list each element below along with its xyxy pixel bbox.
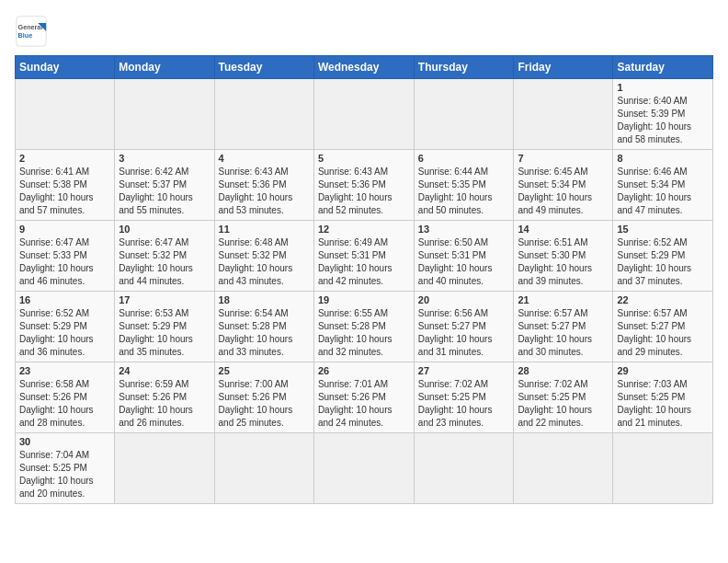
calendar-cell: 19Sunrise: 6:55 AM Sunset: 5:28 PM Dayli… bbox=[313, 292, 414, 362]
logo: General Blue bbox=[15, 15, 51, 48]
day-number: 27 bbox=[418, 365, 510, 376]
calendar-cell bbox=[514, 79, 613, 150]
day-number: 4 bbox=[219, 153, 310, 164]
day-info: Sunrise: 7:02 AM Sunset: 5:25 PM Dayligh… bbox=[518, 378, 609, 430]
day-number: 16 bbox=[19, 294, 110, 305]
day-number: 19 bbox=[318, 294, 410, 305]
day-info: Sunrise: 6:47 AM Sunset: 5:33 PM Dayligh… bbox=[19, 236, 110, 288]
calendar-week-5: 30Sunrise: 7:04 AM Sunset: 5:25 PM Dayli… bbox=[16, 433, 713, 504]
day-info: Sunrise: 6:53 AM Sunset: 5:29 PM Dayligh… bbox=[119, 307, 210, 359]
calendar-week-4: 23Sunrise: 6:58 AM Sunset: 5:26 PM Dayli… bbox=[16, 362, 713, 433]
day-info: Sunrise: 6:59 AM Sunset: 5:26 PM Dayligh… bbox=[119, 378, 210, 430]
logo-icon: General Blue bbox=[15, 15, 48, 48]
day-info: Sunrise: 6:51 AM Sunset: 5:30 PM Dayligh… bbox=[518, 236, 609, 288]
day-number: 24 bbox=[119, 365, 210, 376]
calendar-cell: 24Sunrise: 6:59 AM Sunset: 5:26 PM Dayli… bbox=[115, 362, 214, 433]
calendar-cell: 29Sunrise: 7:03 AM Sunset: 5:25 PM Dayli… bbox=[613, 362, 713, 433]
calendar-cell bbox=[313, 433, 414, 504]
day-header-wednesday: Wednesday bbox=[313, 56, 414, 79]
day-header-thursday: Thursday bbox=[414, 56, 514, 79]
day-number: 28 bbox=[518, 365, 609, 376]
day-number: 18 bbox=[219, 294, 310, 305]
day-number: 13 bbox=[418, 224, 510, 235]
day-number: 1 bbox=[617, 82, 709, 93]
calendar-cell: 12Sunrise: 6:49 AM Sunset: 5:31 PM Dayli… bbox=[313, 221, 414, 292]
day-info: Sunrise: 6:49 AM Sunset: 5:31 PM Dayligh… bbox=[318, 236, 410, 288]
svg-text:General: General bbox=[18, 23, 43, 31]
day-number: 11 bbox=[219, 224, 310, 235]
calendar-cell bbox=[214, 433, 313, 504]
day-info: Sunrise: 7:00 AM Sunset: 5:26 PM Dayligh… bbox=[219, 378, 310, 430]
day-info: Sunrise: 6:52 AM Sunset: 5:29 PM Dayligh… bbox=[19, 307, 110, 359]
calendar-cell: 21Sunrise: 6:57 AM Sunset: 5:27 PM Dayli… bbox=[514, 292, 613, 362]
day-info: Sunrise: 6:58 AM Sunset: 5:26 PM Dayligh… bbox=[19, 378, 110, 430]
day-info: Sunrise: 7:03 AM Sunset: 5:25 PM Dayligh… bbox=[617, 378, 709, 430]
calendar-cell bbox=[16, 79, 115, 150]
calendar-week-3: 16Sunrise: 6:52 AM Sunset: 5:29 PM Dayli… bbox=[16, 292, 713, 362]
day-info: Sunrise: 6:57 AM Sunset: 5:27 PM Dayligh… bbox=[617, 307, 709, 359]
day-number: 2 bbox=[19, 153, 110, 164]
day-header-sunday: Sunday bbox=[16, 56, 115, 79]
day-info: Sunrise: 6:54 AM Sunset: 5:28 PM Dayligh… bbox=[219, 307, 310, 359]
calendar-cell: 30Sunrise: 7:04 AM Sunset: 5:25 PM Dayli… bbox=[16, 433, 115, 504]
day-info: Sunrise: 6:56 AM Sunset: 5:27 PM Dayligh… bbox=[418, 307, 510, 359]
day-number: 14 bbox=[518, 224, 609, 235]
calendar-body: 1Sunrise: 6:40 AM Sunset: 5:39 PM Daylig… bbox=[16, 79, 713, 504]
calendar-cell: 3Sunrise: 6:42 AM Sunset: 5:37 PM Daylig… bbox=[115, 150, 214, 221]
calendar-cell: 18Sunrise: 6:54 AM Sunset: 5:28 PM Dayli… bbox=[214, 292, 313, 362]
day-info: Sunrise: 6:43 AM Sunset: 5:36 PM Dayligh… bbox=[318, 166, 410, 217]
day-number: 10 bbox=[119, 224, 210, 235]
header-row: SundayMondayTuesdayWednesdayThursdayFrid… bbox=[16, 56, 713, 79]
day-number: 6 bbox=[418, 153, 510, 164]
calendar-table: SundayMondayTuesdayWednesdayThursdayFrid… bbox=[15, 55, 713, 504]
day-number: 12 bbox=[318, 224, 410, 235]
day-info: Sunrise: 6:50 AM Sunset: 5:31 PM Dayligh… bbox=[418, 236, 510, 288]
day-info: Sunrise: 6:42 AM Sunset: 5:37 PM Dayligh… bbox=[119, 166, 210, 217]
day-info: Sunrise: 6:52 AM Sunset: 5:29 PM Dayligh… bbox=[617, 236, 709, 288]
day-header-tuesday: Tuesday bbox=[214, 56, 313, 79]
calendar-cell: 4Sunrise: 6:43 AM Sunset: 5:36 PM Daylig… bbox=[214, 150, 313, 221]
day-info: Sunrise: 6:48 AM Sunset: 5:32 PM Dayligh… bbox=[219, 236, 310, 288]
calendar-cell bbox=[115, 433, 214, 504]
calendar-cell: 20Sunrise: 6:56 AM Sunset: 5:27 PM Dayli… bbox=[414, 292, 514, 362]
day-header-friday: Friday bbox=[514, 56, 613, 79]
day-info: Sunrise: 6:41 AM Sunset: 5:38 PM Dayligh… bbox=[19, 166, 110, 217]
day-info: Sunrise: 6:40 AM Sunset: 5:39 PM Dayligh… bbox=[617, 95, 709, 146]
day-info: Sunrise: 6:43 AM Sunset: 5:36 PM Dayligh… bbox=[219, 166, 310, 217]
calendar-cell bbox=[115, 79, 214, 150]
calendar-week-1: 2Sunrise: 6:41 AM Sunset: 5:38 PM Daylig… bbox=[16, 150, 713, 221]
day-number: 17 bbox=[119, 294, 210, 305]
calendar-cell bbox=[414, 79, 514, 150]
day-number: 7 bbox=[518, 153, 609, 164]
calendar-cell: 10Sunrise: 6:47 AM Sunset: 5:32 PM Dayli… bbox=[115, 221, 214, 292]
day-info: Sunrise: 6:47 AM Sunset: 5:32 PM Dayligh… bbox=[119, 236, 210, 288]
day-info: Sunrise: 6:45 AM Sunset: 5:34 PM Dayligh… bbox=[518, 166, 609, 217]
day-info: Sunrise: 6:46 AM Sunset: 5:34 PM Dayligh… bbox=[617, 166, 709, 217]
calendar-week-2: 9Sunrise: 6:47 AM Sunset: 5:33 PM Daylig… bbox=[16, 221, 713, 292]
day-number: 3 bbox=[119, 153, 210, 164]
calendar-cell: 2Sunrise: 6:41 AM Sunset: 5:38 PM Daylig… bbox=[16, 150, 115, 221]
calendar-cell: 9Sunrise: 6:47 AM Sunset: 5:33 PM Daylig… bbox=[16, 221, 115, 292]
calendar-header: SundayMondayTuesdayWednesdayThursdayFrid… bbox=[16, 56, 713, 79]
calendar-cell bbox=[414, 433, 514, 504]
calendar-cell: 26Sunrise: 7:01 AM Sunset: 5:26 PM Dayli… bbox=[313, 362, 414, 433]
calendar-cell: 11Sunrise: 6:48 AM Sunset: 5:32 PM Dayli… bbox=[214, 221, 313, 292]
calendar-week-0: 1Sunrise: 6:40 AM Sunset: 5:39 PM Daylig… bbox=[16, 79, 713, 150]
calendar-cell: 5Sunrise: 6:43 AM Sunset: 5:36 PM Daylig… bbox=[313, 150, 414, 221]
day-number: 23 bbox=[19, 365, 110, 376]
day-number: 21 bbox=[518, 294, 609, 305]
day-info: Sunrise: 6:57 AM Sunset: 5:27 PM Dayligh… bbox=[518, 307, 609, 359]
calendar-cell bbox=[514, 433, 613, 504]
calendar-cell: 1Sunrise: 6:40 AM Sunset: 5:39 PM Daylig… bbox=[613, 79, 713, 150]
day-info: Sunrise: 7:02 AM Sunset: 5:25 PM Dayligh… bbox=[418, 378, 510, 430]
day-number: 20 bbox=[418, 294, 510, 305]
day-number: 9 bbox=[19, 224, 110, 235]
calendar-cell: 13Sunrise: 6:50 AM Sunset: 5:31 PM Dayli… bbox=[414, 221, 514, 292]
day-number: 25 bbox=[219, 365, 310, 376]
calendar-cell: 23Sunrise: 6:58 AM Sunset: 5:26 PM Dayli… bbox=[16, 362, 115, 433]
calendar-cell bbox=[313, 79, 414, 150]
day-number: 5 bbox=[318, 153, 410, 164]
day-info: Sunrise: 6:44 AM Sunset: 5:35 PM Dayligh… bbox=[418, 166, 510, 217]
calendar-cell: 28Sunrise: 7:02 AM Sunset: 5:25 PM Dayli… bbox=[514, 362, 613, 433]
calendar-cell bbox=[214, 79, 313, 150]
